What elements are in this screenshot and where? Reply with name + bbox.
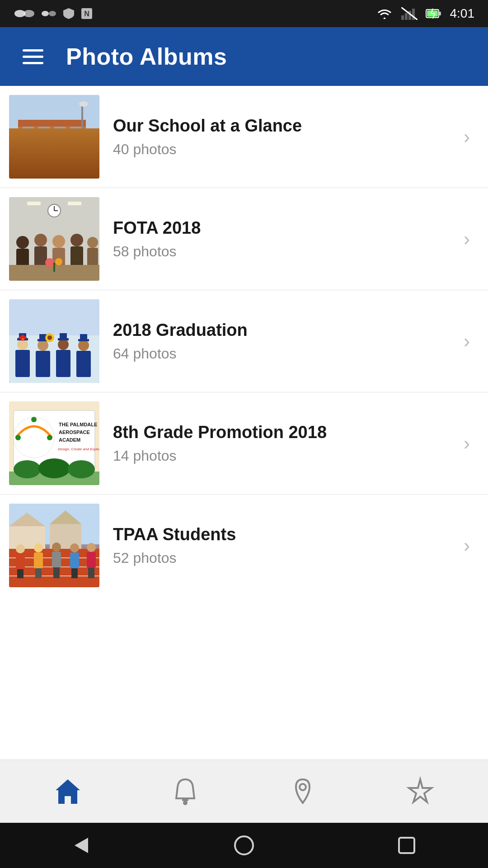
svg-rect-21 [23, 127, 34, 136]
svg-point-116 [300, 784, 306, 790]
album-item[interactable]: TPAA Students 52 photos › [0, 495, 488, 596]
hamburger-line-1 [23, 49, 43, 52]
svg-text:Design, Create and Explore: Design, Create and Explore [58, 447, 99, 451]
fota-thumbnail-img [9, 197, 99, 281]
svg-point-93 [16, 544, 25, 553]
album-info: TPAA Students 52 photos [99, 524, 464, 566]
hamburger-line-3 [23, 62, 43, 64]
svg-point-119 [235, 836, 253, 854]
svg-point-61 [47, 335, 52, 340]
star-icon [404, 776, 436, 807]
svg-rect-65 [60, 333, 67, 338]
app-icon-2 [41, 7, 57, 20]
svg-point-1 [23, 10, 34, 17]
svg-rect-48 [9, 299, 99, 335]
students-thumbnail-img [9, 504, 99, 587]
svg-rect-103 [53, 567, 56, 578]
aerospace-thumbnail-img: THE PALMDALE AEROSPACE ACADEM Design, Cr… [9, 401, 99, 485]
signal-icon [401, 7, 418, 20]
svg-rect-99 [35, 568, 38, 578]
svg-rect-111 [88, 568, 91, 578]
svg-point-36 [34, 234, 47, 246]
chevron-right-icon: › [464, 228, 470, 250]
svg-rect-6 [401, 15, 404, 20]
svg-point-66 [78, 340, 89, 351]
home-icon [52, 776, 84, 807]
svg-point-115 [183, 801, 188, 805]
chevron-right-icon: › [464, 330, 470, 352]
bottom-navigation [0, 760, 488, 823]
location-icon [287, 776, 319, 807]
svg-rect-106 [70, 552, 79, 568]
status-time: 4:01 [450, 6, 475, 21]
svg-point-83 [68, 460, 95, 478]
svg-rect-30 [68, 202, 81, 205]
album-item[interactable]: ★ 2018 Graduati [0, 290, 488, 392]
nav-item-location[interactable] [244, 776, 361, 807]
svg-point-74 [31, 417, 37, 422]
chevron-right-icon: › [464, 126, 470, 148]
svg-rect-108 [75, 568, 78, 578]
svg-rect-22 [38, 127, 50, 136]
svg-rect-26 [81, 104, 83, 136]
school-thumbnail-img [9, 95, 99, 179]
album-item[interactable]: Our School at a Glance 40 photos › [0, 86, 488, 188]
album-title: 8th Grade Promotion 2018 [113, 422, 450, 443]
hamburger-line-2 [23, 56, 43, 58]
svg-rect-98 [34, 552, 43, 568]
album-thumbnail: ★ [9, 299, 99, 383]
album-item[interactable]: FOTA 2018 58 photos › [0, 188, 488, 290]
svg-point-101 [52, 542, 61, 552]
svg-rect-18 [9, 140, 99, 179]
svg-rect-94 [16, 553, 25, 569]
svg-rect-23 [54, 127, 66, 136]
svg-point-3 [49, 11, 56, 16]
svg-rect-24 [70, 127, 81, 136]
svg-rect-51 [15, 350, 30, 377]
svg-point-45 [45, 258, 54, 267]
bell-icon [169, 776, 201, 807]
battery-icon [426, 7, 442, 20]
wifi-icon [376, 7, 393, 20]
android-recent-button[interactable] [391, 830, 422, 861]
album-title: TPAA Students [113, 524, 450, 545]
svg-rect-100 [38, 568, 42, 578]
album-item[interactable]: THE PALMDALE AEROSPACE ACADEM Design, Cr… [0, 392, 488, 495]
svg-text:ACADEM: ACADEM [59, 437, 80, 443]
svg-marker-118 [75, 838, 88, 853]
album-info: 2018 Graduation 64 photos [99, 320, 464, 362]
n-icon: N [80, 7, 93, 20]
nav-item-notifications[interactable] [127, 776, 244, 807]
album-info: Our School at a Glance 40 photos [99, 116, 464, 158]
svg-text:AEROSPACE: AEROSPACE [59, 429, 90, 435]
svg-point-34 [16, 236, 29, 249]
album-count: 52 photos [113, 550, 450, 566]
page-title: Photo Albums [66, 43, 227, 70]
svg-text:N: N [84, 10, 89, 18]
svg-point-38 [52, 235, 65, 248]
svg-point-97 [34, 543, 43, 552]
menu-button[interactable] [18, 45, 48, 69]
svg-rect-20 [18, 120, 86, 127]
album-info: 8th Grade Promotion 2018 14 photos [99, 422, 464, 464]
svg-marker-117 [409, 779, 432, 802]
svg-rect-110 [87, 552, 96, 568]
android-back-button[interactable] [66, 830, 97, 861]
album-count: 14 photos [113, 448, 450, 464]
app-icon-1 [14, 7, 35, 20]
svg-point-27 [79, 101, 88, 107]
album-thumbnail [9, 95, 99, 179]
nav-item-favorites[interactable] [361, 776, 479, 807]
android-home-button[interactable] [228, 830, 260, 861]
svg-rect-67 [76, 351, 91, 377]
svg-point-81 [14, 460, 41, 478]
svg-rect-69 [80, 334, 87, 339]
svg-rect-25 [47, 142, 61, 156]
album-count: 40 photos [113, 141, 450, 158]
album-count: 58 photos [113, 243, 450, 260]
album-title: Our School at a Glance [113, 116, 450, 137]
status-right-icons: 4:01 [376, 6, 475, 21]
nav-item-home[interactable] [9, 776, 127, 807]
album-info: FOTA 2018 58 photos [99, 218, 464, 260]
svg-rect-104 [56, 567, 60, 578]
